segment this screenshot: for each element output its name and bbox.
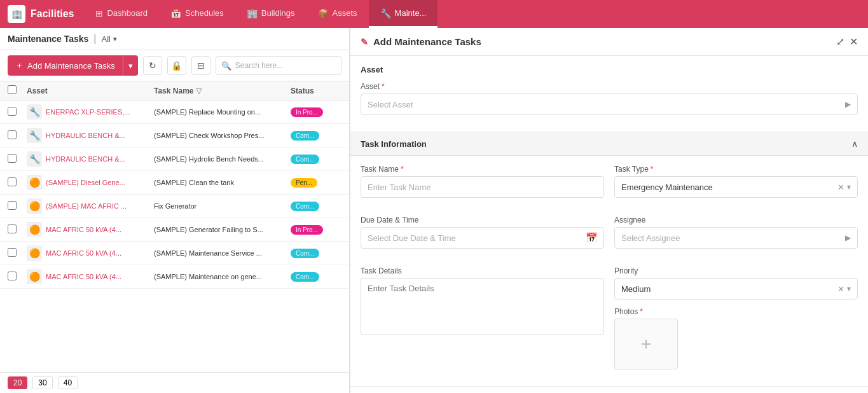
task-type-select[interactable]: Emergency Maintenance ✕ ▾	[614, 176, 858, 198]
task-name-cell: (SAMPLE) Clean the tank	[154, 179, 291, 186]
add-btn-dropdown-arrow[interactable]: ▾	[123, 55, 138, 76]
task-name-cell: (SAMPLE) Check Workshop Pres...	[154, 132, 291, 139]
due-date-input[interactable]	[361, 227, 604, 249]
add-btn-main[interactable]: ＋ Add Maintenance Tasks	[8, 55, 123, 76]
asset-thumb: 🟠	[27, 175, 42, 190]
row-checkbox[interactable]	[8, 154, 27, 165]
asset-thumb: 🟠	[27, 269, 42, 284]
table-row: 🔧 HYDRAULIC BENCH &... (SAMPLE) Check Wo…	[0, 124, 349, 148]
select-all-checkbox[interactable]	[8, 85, 17, 94]
filter-chevron-icon: ▾	[113, 35, 117, 43]
task-name-cell: (SAMPLE) Hydrolic Bench Needs...	[154, 155, 291, 163]
status-badge: Com...	[291, 202, 319, 211]
top-navigation: 🏢 Facilities ⊞ Dashboard 📅 Schedules 🏢 B…	[0, 0, 868, 28]
status-badge: Com...	[291, 131, 319, 141]
row-checkbox[interactable]	[8, 248, 27, 259]
close-button[interactable]: ✕	[850, 36, 858, 48]
task-type-required: *	[651, 165, 654, 174]
task-name-input[interactable]	[361, 176, 604, 198]
task-details-input[interactable]	[361, 278, 604, 335]
task-name-cell: (SAMPLE) Maintenance on gene...	[154, 273, 291, 280]
row-checkbox-input[interactable]	[8, 248, 17, 257]
page-btn-20[interactable]: 20	[8, 376, 27, 389]
task-name-cell: (SAMPLE) Maintenance Service ...	[154, 249, 291, 257]
row-checkbox[interactable]	[8, 177, 27, 188]
modal-title: ✎ Add Maintenance Tasks	[361, 36, 481, 47]
nav-tab-assets[interactable]: 📦 Assets	[307, 0, 369, 28]
photo-upload-button[interactable]: +	[614, 319, 678, 369]
priority-value: Medium	[621, 284, 837, 294]
asset-thumb: 🟠	[27, 222, 42, 237]
search-box[interactable]: 🔍 Search here...	[216, 56, 341, 75]
refresh-button[interactable]: ↻	[143, 56, 162, 75]
assignee-select[interactable]: Select Assignee ▶	[614, 227, 858, 249]
status-cell: Com...	[291, 131, 341, 140]
task-type-clear-icon[interactable]: ✕	[837, 183, 844, 192]
breadcrumb-filter[interactable]: All ▾	[102, 34, 117, 44]
dropdown-chevron-icon: ▾	[128, 61, 133, 71]
asset-section-header: Asset	[361, 65, 858, 74]
priority-chevron-icon: ▾	[847, 284, 851, 293]
maximize-button[interactable]: ⤢	[836, 36, 844, 48]
nav-tab-schedules[interactable]: 📅 Schedules	[159, 0, 235, 28]
photos-required: *	[640, 307, 643, 316]
asset-name: (SAMPLE) Diesel Gene...	[46, 179, 125, 186]
asset-name: HYDRAULIC BENCH &...	[46, 155, 125, 163]
row-checkbox-input[interactable]	[8, 154, 17, 163]
row-checkbox[interactable]	[8, 272, 27, 282]
priority-select[interactable]: Medium ✕ ▾	[614, 278, 858, 300]
nav-tab-dashboard[interactable]: ⊞ Dashboard	[84, 0, 159, 28]
task-name-cell: (SAMPLE) Replace Mounting on...	[154, 108, 291, 116]
priority-clear-icon[interactable]: ✕	[837, 284, 844, 294]
maintenance-icon: 🔧	[380, 8, 391, 18]
priority-actions: ✕ ▾	[837, 284, 851, 294]
asset-select[interactable]: Select Asset ▶	[361, 93, 858, 115]
task-name-label: Task Name *	[361, 165, 604, 174]
breadcrumb-filter-label: All	[102, 34, 111, 44]
task-info-header[interactable]: Task Information ∧	[350, 132, 868, 156]
nav-tab-dashboard-label: Dashboard	[107, 8, 148, 18]
modal-body: Asset Asset * Select Asset ▶ Task Inform	[350, 56, 868, 393]
priority-group: Priority Medium ✕ ▾	[614, 266, 858, 300]
asset-name: MAC AFRIC 50 kVA (4...	[46, 226, 121, 233]
assignee-group: Assignee Select Assignee ▶	[614, 216, 858, 249]
toolbar: ＋ Add Maintenance Tasks ▾ ↻ 🔒 ⊟ 🔍 Search…	[0, 50, 349, 81]
lock-button[interactable]: 🔒	[167, 56, 186, 75]
asset-cell: 🟠 MAC AFRIC 50 kVA (4...	[27, 245, 154, 261]
status-cell: Com...	[291, 155, 341, 163]
nav-tab-buildings[interactable]: 🏢 Buildings	[235, 0, 307, 28]
status-cell: Com...	[291, 272, 341, 281]
asset-select-chevron: ▶	[845, 100, 851, 109]
task-details-group: Task Details	[361, 266, 604, 369]
row-checkbox[interactable]	[8, 201, 27, 212]
add-maintenance-button[interactable]: ＋ Add Maintenance Tasks ▾	[8, 55, 138, 76]
page-btn-30[interactable]: 30	[32, 376, 52, 389]
row-checkbox-input[interactable]	[8, 201, 17, 210]
page-btn-40[interactable]: 40	[58, 376, 78, 389]
task-info-section: Task Information ∧ Task Name *	[350, 132, 868, 387]
schedules-icon: 📅	[170, 8, 181, 18]
nav-tab-maintenance[interactable]: 🔧 Mainte...	[369, 0, 438, 28]
table-header: Asset Task Name ▽ Status	[0, 81, 349, 100]
collapse-icon[interactable]: ∧	[851, 139, 858, 149]
row-checkbox-input[interactable]	[8, 272, 17, 280]
row-checkbox[interactable]	[8, 130, 27, 141]
asset-cell: 🟠 (SAMPLE) Diesel Gene...	[27, 175, 154, 190]
photo-plus-icon: +	[641, 334, 651, 354]
app-logo: 🏢 Facilities	[8, 5, 74, 23]
row-checkbox-input[interactable]	[8, 107, 17, 116]
refresh-icon: ↻	[149, 60, 156, 71]
row-checkbox-input[interactable]	[8, 177, 17, 186]
breadcrumb-separator: |	[93, 33, 96, 45]
column-status: Status	[291, 86, 341, 95]
row-checkbox[interactable]	[8, 107, 27, 118]
search-icon: 🔍	[221, 61, 231, 71]
task-info-body: Task Name * Task Type *	[350, 156, 868, 387]
task-type-label: Task Type *	[614, 165, 858, 174]
status-badge: Com...	[291, 249, 319, 258]
row-checkbox-input[interactable]	[8, 224, 17, 233]
row-checkbox[interactable]	[8, 224, 27, 235]
asset-cell: 🔧 ENERPAC XLP-SERIES,...	[27, 104, 154, 120]
columns-button[interactable]: ⊟	[191, 56, 210, 75]
row-checkbox-input[interactable]	[8, 130, 17, 139]
